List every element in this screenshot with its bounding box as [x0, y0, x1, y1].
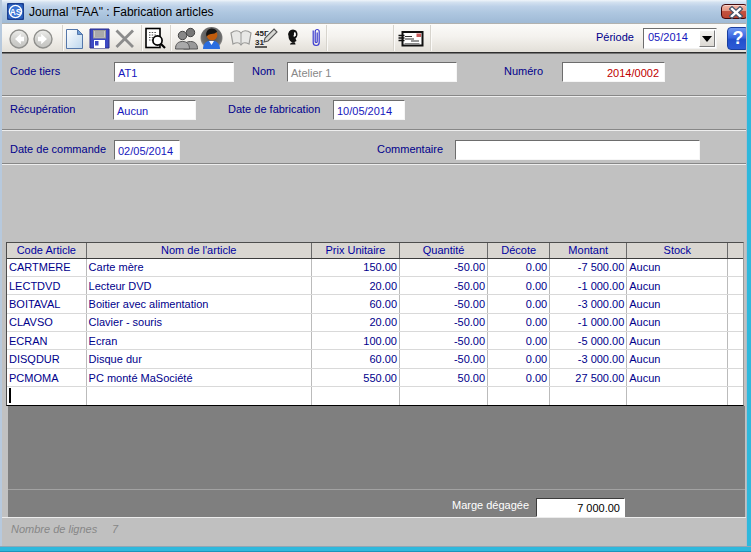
svg-text:AS: AS [10, 7, 22, 17]
svg-text:31: 31 [255, 38, 264, 47]
